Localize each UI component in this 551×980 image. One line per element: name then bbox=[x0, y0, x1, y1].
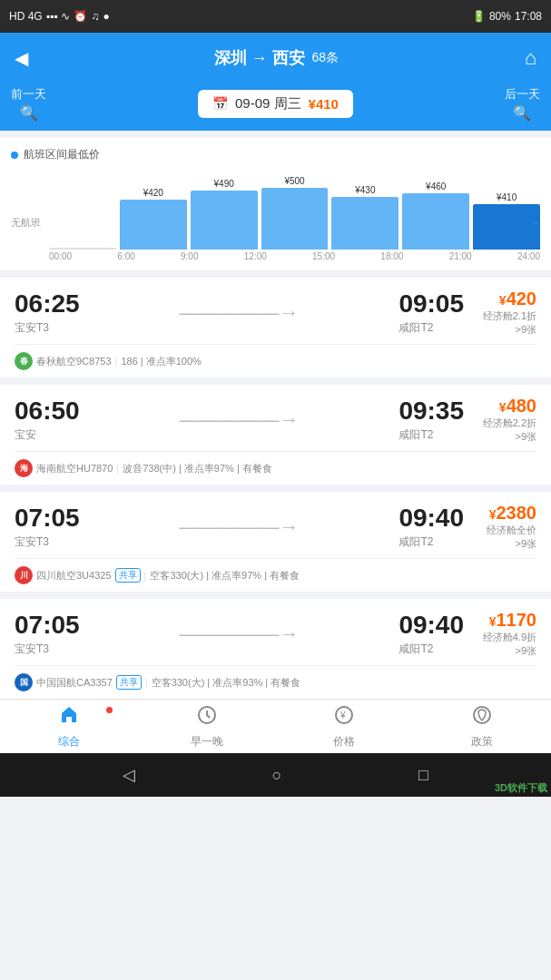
flight-departure: 07:05 宝安T3 bbox=[15, 504, 80, 550]
back-system-button[interactable]: ◁ bbox=[123, 765, 135, 785]
home-button[interactable]: ⌂ bbox=[525, 46, 536, 70]
shared-tag: 共享 bbox=[116, 675, 142, 690]
dep-time: 06:50 bbox=[15, 397, 80, 426]
next-day-label: 后一天 bbox=[505, 86, 540, 103]
arr-airport: 咸阳T2 bbox=[398, 320, 464, 336]
flight-info-row: 海 海南航空HU7870 | 波音738(中) | 准点率97% | 有餐食 bbox=[15, 451, 536, 485]
header: ◀ 深圳 → 西安 68条 ⌂ bbox=[0, 33, 551, 83]
result-count: 68条 bbox=[312, 50, 339, 66]
dep-airport: 宝安 bbox=[15, 427, 80, 443]
timeline-label-6: 21:00 bbox=[449, 251, 472, 261]
flight-departure: 07:05 宝安T3 bbox=[15, 611, 80, 657]
nav-label-价格: 价格 bbox=[333, 734, 355, 750]
nav-item-价格[interactable]: ¥价格 bbox=[276, 700, 414, 753]
home-system-button[interactable]: ○ bbox=[272, 766, 282, 785]
wifi-icon: ∿ bbox=[61, 10, 70, 23]
bottom-nav: 综合早一晚¥价格政策 bbox=[0, 699, 551, 753]
search-icon: 🔍 bbox=[20, 104, 38, 122]
search-icon-right: 🔍 bbox=[513, 104, 531, 122]
nav-label-早一晚: 早一晚 bbox=[191, 734, 223, 750]
airline-logo: 川 bbox=[15, 566, 33, 584]
shared-tag: 共享 bbox=[115, 568, 141, 583]
flight-extra-info: 空客330(大) | 准点率97% | 有餐食 bbox=[150, 569, 300, 583]
flight-departure: 06:50 宝安 bbox=[15, 397, 80, 443]
flight-divider-1 bbox=[0, 485, 551, 492]
misc-icon: ● bbox=[103, 10, 109, 23]
no-flight-label: 无航班 bbox=[11, 216, 41, 230]
chart-bar-5[interactable]: ¥460 bbox=[402, 181, 469, 250]
system-bar-wrapper: ◁ ○ □ 3D软件下载 bbox=[0, 753, 551, 797]
chart-bar-4[interactable]: ¥430 bbox=[331, 185, 398, 250]
media-icon: ♫ bbox=[91, 10, 99, 23]
nav-label-综合: 综合 bbox=[58, 734, 80, 750]
yen-symbol: ¥ bbox=[499, 400, 507, 415]
chart-timeline: 00:006:009:0012:0015:0018:0021:0024:00 bbox=[11, 251, 540, 261]
date-selector[interactable]: 📅 09-09 周三 ¥410 bbox=[198, 90, 353, 118]
bar-rect bbox=[261, 188, 329, 250]
dep-airport: 宝安T3 bbox=[15, 320, 80, 336]
back-button[interactable]: ◀ bbox=[15, 47, 28, 69]
airline-name: 海南航空HU7870 bbox=[36, 462, 113, 475]
flight-price: ¥1170 bbox=[464, 610, 536, 631]
dep-time: 07:05 bbox=[15, 611, 80, 640]
next-day-button[interactable]: 后一天 🔍 bbox=[505, 86, 540, 122]
flight-cabin: 经济舱4.9折 bbox=[464, 631, 536, 644]
separator: | bbox=[115, 356, 118, 367]
chart-dot bbox=[11, 152, 18, 159]
airline-logo: 春 bbox=[15, 352, 33, 370]
flight-extra-info: 186 | 准点率100% bbox=[121, 355, 201, 368]
flight-card-0[interactable]: 06:25 宝安T3 —————→ 09:05 咸阳T2 ¥420 经济舱2.1… bbox=[0, 278, 551, 377]
arr-time: 09:40 bbox=[398, 504, 464, 533]
nav-item-早一晚[interactable]: 早一晚 bbox=[138, 700, 276, 753]
bar-price-label: ¥430 bbox=[355, 185, 375, 195]
timeline-label-4: 15:00 bbox=[312, 251, 335, 261]
nav-label-政策: 政策 bbox=[471, 734, 493, 750]
prev-day-button[interactable]: 前一天 🔍 bbox=[11, 86, 46, 122]
selected-date: 09-09 周三 bbox=[235, 95, 301, 113]
bar-rect bbox=[402, 193, 469, 250]
flight-info-row: 春 春秋航空9C8753 | 186 | 准点率100% bbox=[15, 344, 536, 377]
timeline-label-2: 9:00 bbox=[181, 251, 198, 261]
timeline-label-3: 12:00 bbox=[244, 251, 267, 261]
dep-time: 07:05 bbox=[15, 504, 80, 533]
chart-bar-0[interactable] bbox=[49, 246, 116, 250]
bar-price-label: ¥420 bbox=[143, 188, 163, 198]
flight-extra-info: 波音738(中) | 准点率97% | 有餐食 bbox=[123, 462, 272, 475]
flight-main-row: 07:05 宝安T3 —————→ 09:40 咸阳T2 ¥2380 经济舱全价… bbox=[15, 503, 536, 551]
yen-symbol: ¥ bbox=[489, 507, 497, 522]
airline-logo: 国 bbox=[15, 673, 33, 691]
date-min-price: ¥410 bbox=[309, 96, 339, 112]
recent-system-button[interactable]: □ bbox=[418, 766, 428, 785]
flight-divider-0 bbox=[0, 377, 551, 385]
dep-airport: 宝安T3 bbox=[15, 642, 80, 657]
timeline-label-1: 6:00 bbox=[117, 251, 134, 261]
flight-card-3[interactable]: 07:05 宝安T3 —————→ 09:40 咸阳T2 ¥1170 经济舱4.… bbox=[0, 599, 551, 699]
bar-price-label: ¥500 bbox=[284, 176, 304, 186]
flight-main-row: 06:50 宝安 —————→ 09:35 咸阳T2 ¥480 经济舱2.2折 … bbox=[15, 396, 536, 444]
nav-icon-价格: ¥ bbox=[333, 704, 355, 731]
nav-dot bbox=[106, 707, 113, 713]
chart-bar-1[interactable]: ¥420 bbox=[120, 188, 187, 250]
clock-icon: ⏰ bbox=[74, 10, 87, 23]
page-title: 深圳 → 西安 bbox=[214, 47, 305, 69]
nav-item-政策[interactable]: 政策 bbox=[413, 700, 551, 753]
arr-airport: 咸阳T2 bbox=[398, 427, 464, 443]
arr-time: 09:35 bbox=[398, 397, 464, 426]
flight-direction-arrow: —————→ bbox=[80, 515, 399, 539]
dep-time: 06:25 bbox=[15, 289, 80, 318]
price-chart-section: 航班区间最低价 无航班 ¥420¥490¥500¥430¥460¥410 → 0… bbox=[0, 138, 551, 270]
chart-bar-2[interactable]: ¥490 bbox=[191, 179, 258, 250]
flight-card-1[interactable]: 06:50 宝安 —————→ 09:35 咸阳T2 ¥480 经济舱2.2折 … bbox=[0, 385, 551, 485]
flight-extra-info: 空客330(大) | 准点率93% | 有餐食 bbox=[152, 676, 301, 690]
nav-icon-早一晚 bbox=[196, 704, 218, 731]
flight-seats: >9张 bbox=[464, 323, 536, 337]
bar-rect bbox=[120, 200, 187, 250]
chart-bar-3[interactable]: ¥500 bbox=[261, 176, 329, 250]
flight-info-row: 国 中国国航CA3357 共享 | 空客330(大) | 准点率93% | 有餐… bbox=[15, 665, 536, 699]
flight-card-2[interactable]: 07:05 宝安T3 —————→ 09:40 咸阳T2 ¥2380 经济舱全价… bbox=[0, 492, 551, 592]
flight-arrival: 09:40 咸阳T2 bbox=[398, 611, 464, 657]
nav-item-综合[interactable]: 综合 bbox=[0, 700, 138, 753]
status-right: 🔋 80% 17:08 bbox=[472, 10, 542, 23]
separator: | bbox=[144, 570, 147, 581]
timeline-label-7: 24:00 bbox=[517, 251, 540, 261]
